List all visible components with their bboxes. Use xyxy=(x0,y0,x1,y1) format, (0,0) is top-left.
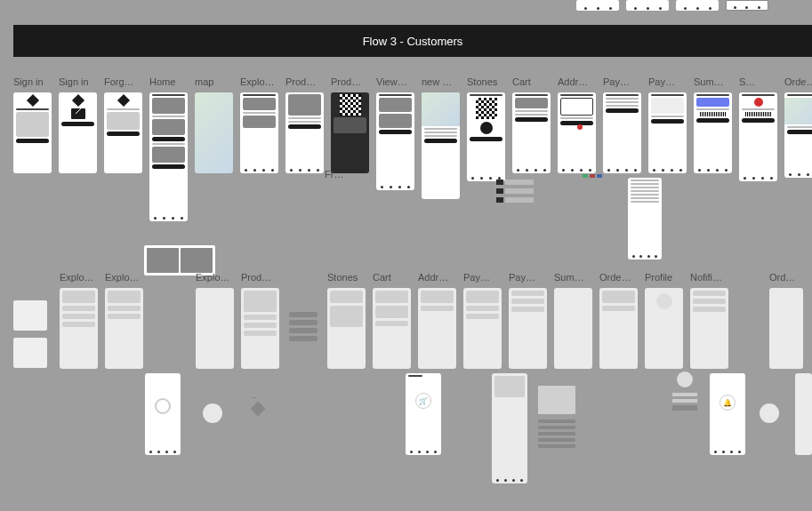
frame-address2[interactable]: Addr… xyxy=(418,272,456,369)
frame-explore4[interactable]: Explo… xyxy=(196,272,234,369)
frame-cart2[interactable]: Cart xyxy=(373,272,411,369)
mini-thumb[interactable] xyxy=(676,0,719,11)
sticky-image-pair[interactable] xyxy=(144,245,215,275)
frame-product1[interactable]: Prod… xyxy=(285,76,324,221)
extra-frame-cart-empty[interactable]: 🛒 xyxy=(406,373,441,455)
frame-view[interactable]: View… xyxy=(376,76,414,221)
section-title: Flow 3 - Customers xyxy=(363,35,463,48)
float-diamond-icon xyxy=(251,402,266,417)
frame-signin2[interactable]: Sign in xyxy=(59,76,97,221)
frame-summary1[interactable]: Sum… xyxy=(694,76,732,221)
frame-explore1[interactable]: Explo… xyxy=(240,76,278,221)
extra-frame-edge[interactable] xyxy=(795,373,812,455)
mini-thumb[interactable] xyxy=(726,0,768,11)
profile-stack xyxy=(672,371,697,413)
frame-detail-lines xyxy=(286,272,320,369)
frame-map[interactable]: map xyxy=(195,76,233,221)
frame-order2[interactable]: Orde… xyxy=(599,272,638,369)
frame-blank-pair[interactable] xyxy=(13,272,47,369)
section-header: Flow 3 - Customers xyxy=(13,25,812,57)
ellipsis-label: … xyxy=(251,393,257,399)
frame-explore2[interactable]: Explo… xyxy=(60,272,98,369)
float-circle-2 xyxy=(760,403,779,423)
frame-summary2[interactable]: S… xyxy=(739,76,777,221)
frame-payment3[interactable]: Pay… xyxy=(463,272,502,369)
frame-new[interactable]: new … xyxy=(422,76,460,221)
detail-lines-stack xyxy=(538,386,575,451)
mini-thumb[interactable] xyxy=(626,0,669,11)
frame-product2[interactable]: Prod… xyxy=(331,76,369,221)
frame-explore3[interactable]: Explo… xyxy=(105,272,143,369)
frame-order1[interactable]: Orde… xyxy=(784,76,812,221)
frame-payment4[interactable]: Pay… xyxy=(509,272,547,369)
frame-stones2[interactable]: Stones xyxy=(327,272,366,369)
frame-home[interactable]: Home xyxy=(149,76,188,221)
top-mini-thumbnails xyxy=(576,0,768,11)
mini-thumb[interactable] xyxy=(576,0,619,11)
detail-color-chips xyxy=(583,174,602,178)
frame-address1[interactable]: Addr… xyxy=(558,76,596,221)
frame-summary3[interactable]: Sum… xyxy=(554,272,592,369)
frame-extra-label: Fr… xyxy=(325,169,343,181)
frame-product3[interactable]: Prod… xyxy=(241,272,279,369)
extra-frame-long-list[interactable] xyxy=(492,373,527,483)
frame-order3[interactable]: Ord… xyxy=(769,272,803,369)
pin-icon xyxy=(577,124,583,130)
frame-signin1[interactable]: Sign in xyxy=(13,76,52,221)
detail-group-list xyxy=(496,180,534,206)
extra-frame-notif-bell[interactable]: 🔔 xyxy=(710,373,745,455)
frame-profile2[interactable]: Profile xyxy=(645,272,683,369)
float-circle-1 xyxy=(203,403,222,423)
extra-frame-loading[interactable] xyxy=(145,373,181,455)
frame-gap1 xyxy=(150,272,189,369)
frames-row-2: Explo… Explo… Explo… Prod… Stones Cart A… xyxy=(13,272,803,369)
frame-notif[interactable]: Nofifi… xyxy=(690,272,728,369)
frames-row-1: Sign in Sign in Forg… Home map Explo… Pr… xyxy=(13,76,812,221)
frame-forgot[interactable]: Forg… xyxy=(104,76,142,221)
detail-thumb-payment-list[interactable] xyxy=(628,178,662,259)
